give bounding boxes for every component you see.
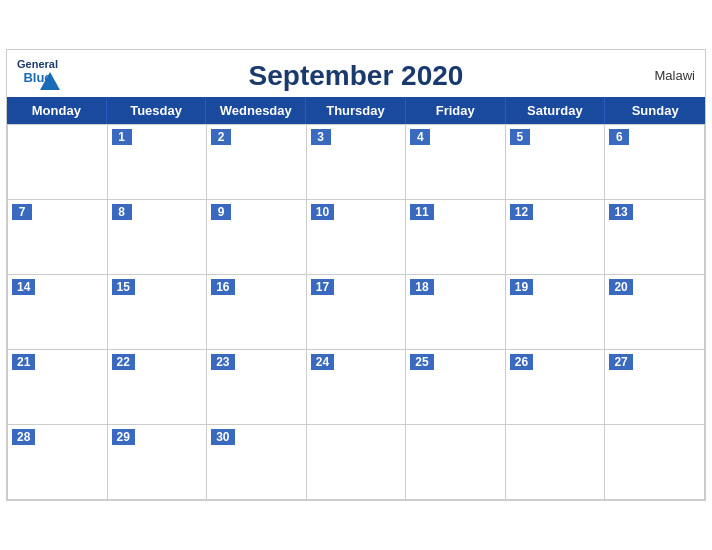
brand-general: General [17,58,58,70]
day-number: 1 [112,129,132,145]
day-number: 11 [410,204,433,220]
calendar-cell: 19 [506,275,606,350]
day-number: 23 [211,354,234,370]
calendar-cell: 8 [108,200,208,275]
calendar-cell: 6 [605,125,705,200]
calendar-cell [307,425,407,500]
day-number: 27 [609,354,632,370]
calendar-cell: 5 [506,125,606,200]
calendar-cell: 7 [8,200,108,275]
calendar-cell: 17 [307,275,407,350]
day-header-tuesday: Tuesday [107,97,207,124]
day-number: 3 [311,129,331,145]
day-number: 9 [211,204,231,220]
calendar-cell [406,425,506,500]
calendar-cell: 1 [108,125,208,200]
day-header-saturday: Saturday [506,97,606,124]
calendar-cell: 29 [108,425,208,500]
calendar-cell: 30 [207,425,307,500]
day-number: 25 [410,354,433,370]
day-header-wednesday: Wednesday [206,97,306,124]
calendar-cell: 4 [406,125,506,200]
calendar-cell: 20 [605,275,705,350]
calendar-title: September 2020 [27,60,685,92]
brand-logo: General Blue [17,58,58,85]
country-label: Malawi [655,68,695,83]
day-number: 21 [12,354,35,370]
calendar-cell: 26 [506,350,606,425]
calendar-cell [605,425,705,500]
calendar-cell: 25 [406,350,506,425]
brand-icon: Blue [23,70,51,85]
calendar-cell: 11 [406,200,506,275]
calendar-cell: 2 [207,125,307,200]
day-number: 10 [311,204,334,220]
day-header-sunday: Sunday [605,97,705,124]
calendar-cell: 21 [8,350,108,425]
calendar-cell: 13 [605,200,705,275]
calendar-cell: 23 [207,350,307,425]
calendar-cell: 24 [307,350,407,425]
calendar-cell: 27 [605,350,705,425]
day-number: 29 [112,429,135,445]
day-number: 30 [211,429,234,445]
day-number: 28 [12,429,35,445]
day-number: 22 [112,354,135,370]
day-number: 12 [510,204,533,220]
calendar-cell [8,125,108,200]
day-number: 14 [12,279,35,295]
day-number: 4 [410,129,430,145]
day-number: 19 [510,279,533,295]
day-headers: Monday Tuesday Wednesday Thursday Friday… [7,97,705,124]
calendar-cell: 12 [506,200,606,275]
brand-triangle-icon [40,72,60,90]
day-number: 24 [311,354,334,370]
day-number: 6 [609,129,629,145]
day-header-monday: Monday [7,97,107,124]
day-number: 13 [609,204,632,220]
calendar-cell: 9 [207,200,307,275]
day-header-friday: Friday [406,97,506,124]
day-number: 2 [211,129,231,145]
day-number: 18 [410,279,433,295]
calendar-cell: 14 [8,275,108,350]
calendar-cell: 22 [108,350,208,425]
day-number: 7 [12,204,32,220]
calendar-header: General Blue September 2020 Malawi [7,50,705,97]
calendar-grid: 1234567891011121314151617181920212223242… [7,124,705,500]
day-number: 17 [311,279,334,295]
calendar-cell: 15 [108,275,208,350]
calendar-container: General Blue September 2020 Malawi Monda… [6,49,706,501]
day-number: 20 [609,279,632,295]
calendar-cell [506,425,606,500]
day-number: 15 [112,279,135,295]
calendar-cell: 28 [8,425,108,500]
calendar-cell: 3 [307,125,407,200]
calendar-cell: 16 [207,275,307,350]
day-header-thursday: Thursday [306,97,406,124]
day-number: 8 [112,204,132,220]
calendar-cell: 18 [406,275,506,350]
day-number: 5 [510,129,530,145]
day-number: 26 [510,354,533,370]
day-number: 16 [211,279,234,295]
calendar-cell: 10 [307,200,407,275]
